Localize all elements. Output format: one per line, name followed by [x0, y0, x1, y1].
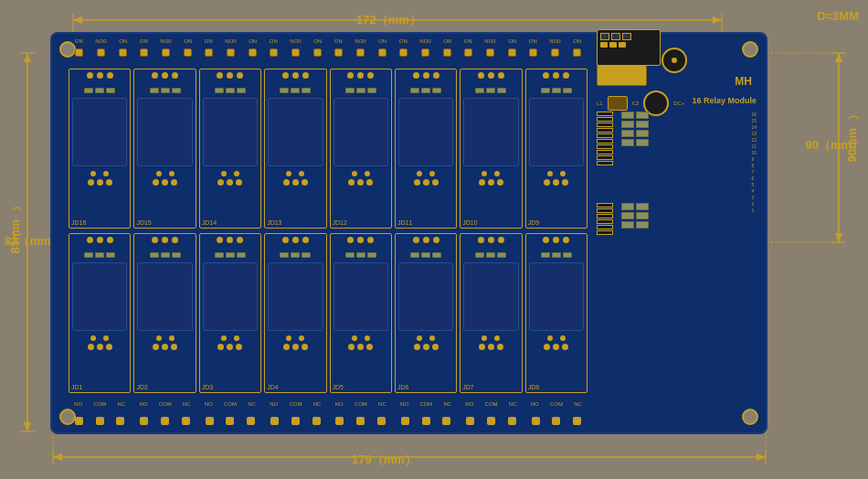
- terminal-label: NO: [139, 401, 147, 407]
- terminal-label: COM: [159, 401, 172, 407]
- pin-label: 6: [751, 176, 757, 181]
- relay-cell-jd13: JD13: [264, 69, 326, 229]
- top-label: ON: [443, 38, 451, 44]
- relay-label-jd11: JD11: [397, 219, 412, 226]
- terminal-label: NC: [509, 401, 517, 407]
- corner-hole-br: [742, 409, 758, 425]
- relay-cell-jd3: JD3: [199, 233, 261, 393]
- terminal-label: NC: [443, 401, 451, 407]
- terminal-label: COM: [550, 401, 563, 407]
- right-section: C1 L1 C2 DC+: [592, 43, 761, 116]
- screenshot-container: 172（mm） 179（mm） 83（mm） 90（mm） D=3MM 83（m…: [0, 0, 868, 479]
- top-label: NO0: [549, 38, 560, 44]
- relay-label-jd12: JD12: [333, 219, 347, 226]
- relay-label-jd4: JD4: [267, 384, 278, 390]
- terminal-label: COM: [289, 401, 302, 407]
- svg-marker-12: [24, 422, 31, 431]
- brand-label: MH: [735, 72, 752, 89]
- top-label: ON: [529, 38, 537, 44]
- svg-marker-17: [835, 233, 842, 242]
- capacitor-c1: [662, 48, 687, 73]
- svg-marker-2: [713, 16, 722, 24]
- terminal-label: NO: [531, 401, 539, 407]
- pcb-board: ON NO0 ON ON NO0 ON ON NO0 ON ON NO0 ON …: [50, 32, 767, 434]
- relay-cell-jd12: JD12: [330, 69, 392, 229]
- dim-90: 90（mm）: [844, 128, 861, 163]
- relay-cell-jd6: JD6: [395, 233, 457, 393]
- brand-text: MH: [735, 75, 752, 88]
- terminal-label: NO: [335, 401, 344, 407]
- top-label: NO0: [95, 38, 106, 44]
- top-label: NO0: [160, 38, 171, 44]
- pin-label: 7: [751, 169, 757, 175]
- svg-marker-6: [53, 453, 62, 461]
- dc-connector: [597, 29, 661, 66]
- relay-label-jd15: JD15: [136, 219, 151, 226]
- pin-label: 12: [751, 137, 757, 143]
- board-title: 16 Relay Module: [692, 96, 757, 105]
- relay-cell-jd1: JD1: [69, 233, 131, 393]
- relay-label-jd5: JD5: [333, 384, 344, 390]
- relay-label-jd3: JD3: [202, 384, 213, 390]
- terminal-label: NC: [118, 401, 126, 407]
- dc-label: DC+: [673, 101, 684, 106]
- ic-connector-left: [597, 112, 617, 165]
- relay-cell-jd7: JD7: [460, 233, 522, 393]
- relay-label-jd2: JD2: [136, 384, 147, 390]
- smd-cluster-2: [621, 203, 649, 229]
- relay-cell-jd4: JD4: [264, 233, 326, 393]
- smd-cluster-1: [621, 112, 649, 146]
- terminal-label: CDM: [419, 401, 432, 407]
- relay-label-jd7: JD7: [462, 384, 473, 390]
- top-label: ON: [119, 38, 127, 44]
- inductor-l1: [608, 96, 628, 111]
- pin-label: 2: [751, 201, 757, 207]
- terminal-label: COM: [355, 401, 367, 407]
- relay-label-jd10: JD10: [462, 219, 477, 226]
- l1-label: L1: [597, 101, 603, 106]
- top-label: NO0: [419, 38, 430, 44]
- relay-cell-jd8: JD8: [525, 233, 587, 393]
- top-label: ON: [399, 38, 408, 44]
- dim-top-width: 172（mm）: [356, 12, 421, 28]
- pin-label: 14: [751, 124, 757, 130]
- top-terminal-pads: [69, 48, 587, 57]
- terminal-label: NO: [465, 401, 473, 407]
- relay-cell-jd14: JD14: [199, 69, 261, 229]
- top-label: ON: [378, 38, 386, 44]
- relay-top-row: JD16: [69, 69, 587, 229]
- relay-label-jd13: JD13: [267, 219, 281, 226]
- top-label: ON: [75, 38, 83, 44]
- pin-label: 15: [751, 118, 757, 123]
- svg-marker-11: [24, 53, 31, 62]
- terminal-label: NO: [270, 401, 278, 407]
- terminal-label: COM: [224, 401, 237, 407]
- dim-83: 83（mm）: [7, 219, 24, 254]
- top-label: ON: [140, 38, 148, 44]
- pin-label: 1: [751, 208, 757, 213]
- top-label: ON: [313, 38, 322, 44]
- relay-cell-jd2: JD2: [133, 233, 196, 393]
- top-label: ON: [249, 38, 257, 44]
- top-label: NO0: [355, 38, 365, 44]
- pin-labels-right: 16 15 14 13 12 11 10 9 8 7 6 5 4 3 2 1: [751, 112, 757, 213]
- top-label: ON: [464, 38, 472, 44]
- bottom-terminal-pads: [69, 417, 587, 425]
- terminal-label: NO: [205, 401, 213, 407]
- top-label: ON: [573, 38, 581, 44]
- pin-label: 5: [751, 182, 757, 187]
- relay-cell-jd15: JD15: [133, 69, 196, 229]
- pin-label: 11: [751, 144, 757, 149]
- ic-connector-right-2: [597, 203, 617, 235]
- relay-cell-jd16: JD16: [69, 69, 131, 229]
- board-title-area: 16 Relay Module: [692, 90, 757, 107]
- bottom-right-block: [597, 29, 661, 66]
- svg-marker-1: [73, 16, 82, 24]
- relay-label-jd14: JD14: [202, 219, 217, 226]
- svg-marker-7: [757, 453, 766, 461]
- top-label: ON: [508, 38, 516, 44]
- c2-label: C2: [632, 101, 640, 106]
- svg-marker-16: [835, 53, 842, 62]
- terminal-label: COM: [93, 401, 106, 407]
- relay-label-jd8: JD8: [528, 384, 539, 390]
